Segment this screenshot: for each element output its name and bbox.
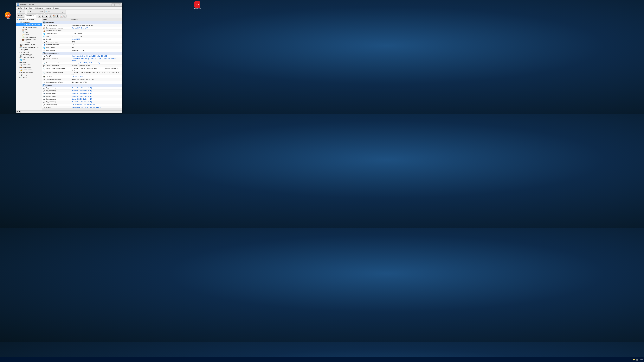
security-icon: 🔒: [20, 69, 22, 71]
sidebar-item-summary[interactable]: ℹ Суммарная информа...: [16, 23, 42, 26]
col-header-field: Поле: [43, 19, 71, 20]
sidebar-item-computer-name[interactable]: 🖥 Имя компьютера: [16, 26, 42, 28]
row-gpu2: 🎮 Видеоадаптер Radeon RX 580 Series (4 Г…: [42, 89, 122, 92]
field-dimm3: DIMM3: Kingston HyperX K...: [46, 72, 72, 73]
sidebar-item-os[interactable]: ▶ 🪟 Операционная система: [16, 46, 42, 48]
nav-refresh-button[interactable]: ↺: [49, 14, 52, 17]
row-lpt-port: 🖨 Коммуникационный порт Порт принтера (L…: [42, 81, 122, 84]
maximize-button[interactable]: □: [115, 3, 118, 6]
sidebar-laptop-label: Портативный ПК: [24, 39, 36, 40]
field-mb: Системная плата: [46, 58, 72, 60]
row-3d: 🎮 3D-акселератор AMD Radeon RX 580 (Pola…: [42, 103, 122, 106]
field-edge: Edge: [46, 35, 72, 37]
field-gpu4: Видеоадаптер: [46, 95, 72, 97]
nav-up-button[interactable]: ▲: [45, 14, 48, 17]
value-gpu5: Radeon RX 580 Series (4 ГБ): [72, 98, 121, 100]
row-icon-sp: 📦: [43, 30, 45, 32]
sidebar-item-motherboard[interactable]: ▶ 🔲 Системная плата: [16, 43, 42, 46]
main-content: ▼ 🔷 AIDA64 v6.32.5600 ▼ 💻 Компьютер ℹ Су…: [16, 18, 122, 110]
field-username: Имя пользователя: [46, 44, 72, 45]
nav-forward-button[interactable]: ▶: [42, 14, 45, 17]
field-gpu6: Видеоадаптер: [46, 101, 72, 103]
database-icon: 🗄: [20, 74, 22, 76]
value-gpu3: Radeon RX 580 Series (4 ГБ): [72, 93, 121, 94]
menu-service[interactable]: Сервис: [44, 7, 52, 9]
col-header-value: Значение: [71, 19, 121, 20]
sidebar-item-devices[interactable]: ▶ 🔌 Устройства: [16, 63, 42, 66]
sidebar-item-root[interactable]: ▼ 🔷 AIDA64 v6.32.5600: [16, 18, 42, 21]
sidebar-item-display[interactable]: ▶ 🖥 Дисплей: [16, 51, 42, 53]
value-gpu2: Radeon RX 580 Series (4 ГБ): [72, 90, 121, 91]
nav-back-button[interactable]: ◀: [38, 14, 41, 17]
nav-home-button[interactable]: 🏠: [52, 14, 56, 17]
section-display: 🖥 Дисплей: [42, 84, 122, 87]
sidebar-item-tests[interactable]: ▶ 🧪 Тесты: [16, 76, 42, 79]
field-ie: Internet Explorer: [46, 33, 72, 34]
section-display-label: Дисплей: [46, 84, 52, 86]
sidebar-item-database[interactable]: ▶ 🗄 База данных: [16, 74, 42, 76]
value-gpu4: Radeon RX 580 Series (4 ГБ): [72, 95, 121, 97]
sidebar-item-sensors[interactable]: 🌡 Датчики: [16, 41, 42, 43]
menu-report[interactable]: Отчёт: [28, 7, 34, 9]
storage-tree-icon: 💾: [20, 56, 22, 58]
menu-file[interactable]: Файл: [17, 7, 23, 9]
mm-expand-icon: ▶: [18, 54, 20, 56]
sidebar-item-laptop[interactable]: 💼 Портативный ПК: [16, 38, 42, 41]
programs-icon: 📦: [20, 66, 22, 68]
display-expand-icon: ▶: [18, 51, 20, 53]
sidebar-item-dmi[interactable]: 📋 DMI: [16, 28, 42, 31]
sidebar-item-config[interactable]: ▶ ⚙ Конфигурация: [16, 71, 42, 74]
os-expand-icon: ▶: [18, 46, 20, 48]
nav-star-button[interactable]: ★: [64, 14, 66, 17]
sidebar-overclock-label: Разгон: [24, 34, 29, 35]
computer-icon: 💻: [20, 21, 22, 23]
menu-favorites[interactable]: Избранное: [34, 7, 44, 9]
sidebar-item-multimedia[interactable]: ▶ 🎵 Мультимедиа: [16, 53, 42, 56]
scroll-right-btn[interactable]: ▶: [19, 111, 21, 113]
field-domain: Вход в домен: [46, 47, 72, 48]
bios-update-button[interactable]: ⬇ Обновления BIOS: [27, 10, 44, 13]
sidebar-item-power[interactable]: 🔋 Электропитание: [16, 36, 42, 38]
sidebar-item-ipmi[interactable]: 📡 IPMI: [16, 31, 42, 33]
value-bios: AMI (09/27/2012): [72, 76, 121, 77]
anydesk-desktop-icon[interactable]: >> AnyDesk.exe: [193, 1, 202, 9]
sidebar-item-computer[interactable]: ▼ 💻 Компьютер: [16, 21, 42, 23]
scroll-left-btn[interactable]: ◀: [16, 111, 18, 113]
sidebar-bottom-nav: ◀ ▶: [16, 110, 122, 113]
menu-help[interactable]: Справка: [52, 7, 60, 9]
tab-favorites[interactable]: Избранное: [24, 14, 36, 17]
nav-chart-button[interactable]: 📊: [60, 14, 63, 17]
sidebar-item-security[interactable]: ▶ 🔒 Безопасность: [16, 68, 42, 71]
sidebar-item-programs[interactable]: ▶ 📦 Программы: [16, 66, 42, 68]
sidebar-item-overclock[interactable]: ⚡ Разгон: [16, 33, 42, 36]
display-tree-icon: 🖥: [20, 51, 22, 53]
row-icon-gpu4: 🎮: [43, 95, 45, 97]
row-gpu6: 🎮 Видеоадаптер Radeon RX 580 Series (4 Г…: [42, 101, 122, 103]
firefox-desktop-icon[interactable]: 🦊 Firefox: [4, 12, 12, 19]
sidebar: ▼ 🔷 AIDA64 v6.32.5600 ▼ 💻 Компьютер ℹ Су…: [16, 18, 42, 110]
tab-menu[interactable]: Меню: [17, 14, 24, 17]
field-3d: 3D-акселератор: [46, 104, 72, 105]
sec-expand-icon: ▶: [18, 69, 20, 71]
sidebar-item-directx[interactable]: ▶ 🎮 DirectX: [16, 61, 42, 63]
report-btn-label: Отчёт: [20, 11, 24, 13]
nav-info-button[interactable]: ℹ: [56, 14, 59, 17]
row-ram: 💾 Системная память 16336 МБ (DDR3 SDRAM): [42, 64, 122, 67]
sidebar-directx-label: DirectX: [22, 61, 28, 63]
row-icon-com: 🔌: [43, 79, 45, 81]
close-button[interactable]: ✕: [118, 3, 121, 6]
sidebar-item-server[interactable]: ▶ 🖥 Сервер: [16, 48, 42, 51]
sidebar-computer-name-label: Имя компьютера: [24, 26, 36, 28]
report-icon: 📄: [18, 11, 20, 13]
row-icon-gpu5: 🎮: [43, 98, 45, 100]
value-3d: AMD Radeon RX 580 (Polaris 20): [72, 104, 121, 105]
report-button[interactable]: 📄 Отчёт: [17, 10, 25, 13]
driver-update-button[interactable]: 🔍 Обновления драйверов: [44, 10, 66, 13]
minimize-button[interactable]: —: [112, 3, 114, 6]
sidebar-item-storage[interactable]: ▶ 💾 Хранение данных: [16, 56, 42, 58]
sidebar-os-label: Операционная система: [22, 46, 40, 48]
sidebar-ipmi-label: IPMI: [24, 31, 28, 33]
sidebar-item-network[interactable]: ▶ 🌐 Сеть: [16, 58, 42, 61]
sidebar-server-label: Сервер: [22, 49, 28, 50]
menu-view[interactable]: Вид: [23, 7, 28, 9]
